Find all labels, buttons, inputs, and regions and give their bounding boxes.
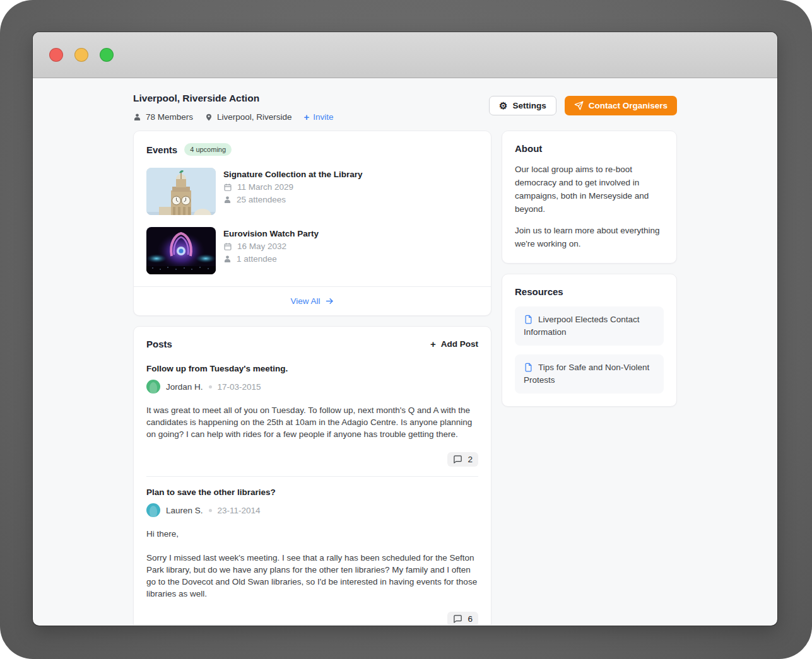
- person-icon: [223, 255, 232, 263]
- avatar: [146, 380, 160, 394]
- page-body: Liverpool, Riverside Action 78 Members: [33, 78, 777, 625]
- post-date: 23-11-2014: [218, 506, 261, 515]
- add-post-button[interactable]: + Add Post: [430, 339, 478, 349]
- event-image-concert-stage: [146, 227, 216, 274]
- post-title: Follow up from Tuesday's meeting.: [146, 364, 478, 373]
- minimize-window-button[interactable]: [74, 48, 88, 62]
- event-item-signature-collection[interactable]: Signature Collection at the Library 11 M…: [146, 168, 478, 215]
- about-card: About Our local group aims to re-boot de…: [502, 131, 677, 264]
- avatar: [146, 503, 160, 517]
- event-attendees: 25 attendees: [237, 195, 286, 204]
- device-bezel: Liverpool, Riverside Action 78 Members: [0, 0, 812, 659]
- resources-card: Resources Liverpool Electeds Contact Inf…: [502, 274, 677, 407]
- group-location: Liverpool, Riverside: [205, 112, 292, 122]
- post-title: Plan to save the other libraries?: [146, 487, 478, 497]
- post-paragraph: It was great to meet all of you on Tuesd…: [146, 404, 478, 440]
- events-title: Events: [146, 144, 177, 155]
- person-icon: [223, 195, 232, 204]
- post-date: 17-03-2015: [218, 382, 261, 392]
- event-image-liver-building: [146, 168, 216, 215]
- resource-link-protest-tips[interactable]: Tips for Safe and Non-Violent Protests: [515, 354, 664, 394]
- resources-title: Resources: [515, 286, 563, 297]
- calendar-icon: [223, 183, 232, 192]
- zoom-window-button[interactable]: [100, 48, 114, 62]
- group-header: Liverpool, Riverside Action 78 Members: [133, 91, 677, 122]
- view-all-label: View All: [290, 296, 320, 306]
- settings-button[interactable]: ⚙ Settings: [489, 96, 556, 115]
- person-icon: [133, 113, 141, 121]
- resource-link-liverpool-electeds[interactable]: Liverpool Electeds Contact Information: [515, 306, 664, 346]
- comment-count-badge[interactable]: 2: [447, 452, 478, 467]
- close-window-button[interactable]: [49, 48, 63, 62]
- location-pin-icon: [205, 113, 213, 122]
- comment-bubble-icon: [453, 455, 462, 464]
- post-item: Follow up from Tuesday's meeting. Jordan…: [146, 364, 478, 477]
- event-item-eurovision[interactable]: Eurovision Watch Party 16 May 2032: [146, 227, 478, 274]
- comment-count: 2: [468, 455, 473, 464]
- gear-icon: ⚙: [499, 101, 507, 110]
- comment-count: 6: [468, 614, 473, 624]
- event-attendees: 1 attendee: [237, 254, 277, 264]
- invite-label: Invite: [313, 112, 333, 122]
- members-label: 78 Members: [146, 112, 193, 122]
- event-date: 11 March 2029: [237, 182, 293, 192]
- post-paragraph: Hi there,: [146, 528, 478, 540]
- dot-separator: [209, 509, 212, 512]
- comment-bubble-icon: [453, 614, 462, 624]
- about-paragraph: Our local group aims to re-boot democrac…: [515, 163, 664, 216]
- plus-icon: +: [304, 112, 310, 122]
- event-title: Signature Collection at the Library: [223, 170, 363, 179]
- location-label: Liverpool, Riverside: [217, 112, 292, 122]
- about-paragraph: Join us to learn more about everything w…: [515, 224, 664, 250]
- invite-link[interactable]: + Invite: [304, 112, 334, 122]
- plus-icon: +: [430, 339, 436, 349]
- document-icon: [524, 315, 533, 324]
- add-post-label: Add Post: [441, 339, 478, 349]
- resource-label: Liverpool Electeds Contact Information: [524, 315, 640, 337]
- page-title: Liverpool, Riverside Action: [133, 93, 334, 104]
- posts-card: Posts + Add Post Follow up from Tuesday'…: [133, 326, 491, 625]
- post-author: Lauren S.: [166, 506, 203, 515]
- send-plane-icon: [574, 101, 584, 110]
- post-author: Jordan H.: [166, 382, 203, 392]
- view-all-events-link[interactable]: View All: [290, 296, 334, 306]
- contact-organisers-label: Contact Organisers: [589, 101, 668, 110]
- calendar-icon: [223, 242, 232, 251]
- contact-organisers-button[interactable]: Contact Organisers: [565, 96, 677, 115]
- settings-label: Settings: [512, 101, 546, 110]
- app-window: Liverpool, Riverside Action 78 Members: [33, 32, 777, 626]
- post-paragraph: Sorry I missed last week's meeting. I se…: [146, 552, 478, 600]
- upcoming-badge: 4 upcoming: [184, 143, 232, 156]
- post-item: Plan to save the other libraries? Lauren…: [146, 487, 478, 625]
- members-count: 78 Members: [133, 112, 193, 122]
- events-card: Events 4 upcoming: [133, 131, 491, 316]
- about-title: About: [515, 143, 542, 154]
- comment-count-badge[interactable]: 6: [447, 612, 478, 625]
- event-date: 16 May 2032: [237, 242, 286, 251]
- resource-label: Tips for Safe and Non-Violent Protests: [524, 363, 649, 385]
- dot-separator: [209, 385, 212, 388]
- document-icon: [524, 363, 533, 372]
- arrow-right-icon: [325, 296, 334, 306]
- window-titlebar: [33, 32, 777, 78]
- posts-title: Posts: [146, 339, 172, 349]
- event-title: Eurovision Watch Party: [223, 229, 319, 238]
